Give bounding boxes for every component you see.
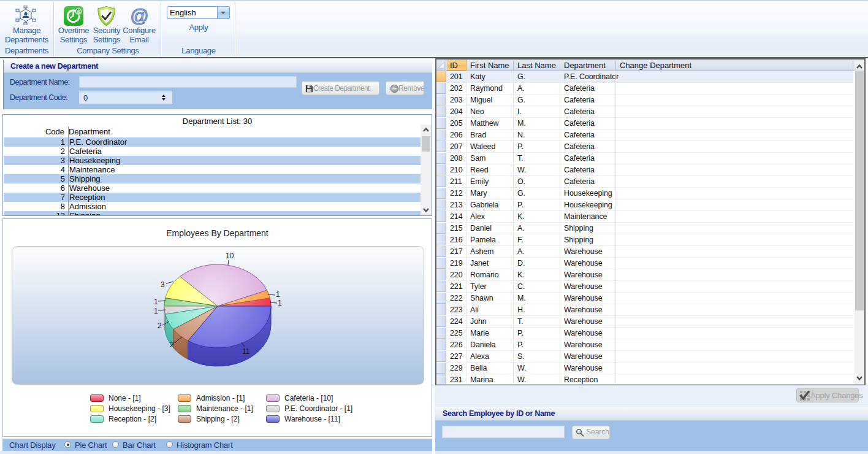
svg-text:10: 10	[226, 252, 234, 260]
svg-text:11: 11	[242, 347, 250, 356]
svg-text:3: 3	[161, 280, 165, 289]
svg-text:2: 2	[158, 321, 162, 330]
svg-text:1: 1	[278, 299, 282, 307]
svg-text:1: 1	[154, 307, 158, 315]
svg-text:1: 1	[276, 290, 280, 299]
svg-text:1: 1	[154, 298, 158, 306]
svg-text:2: 2	[170, 340, 174, 349]
